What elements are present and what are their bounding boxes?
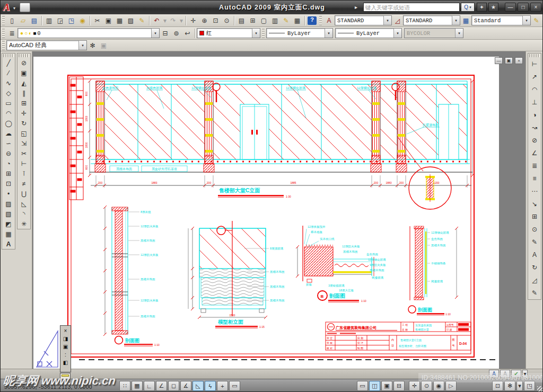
menu-browser-arrow-icon[interactable]: ▾ (13, 6, 15, 11)
doc-restore-button[interactable]: ▣ (505, 57, 513, 64)
redo-menu-arrow[interactable]: ▾ (179, 15, 184, 26)
paste-button[interactable]: ▦ (114, 15, 125, 26)
chevron-down-icon[interactable]: ▾ (522, 16, 530, 25)
multileader-style-button[interactable]: ✎ (531, 15, 542, 26)
dim-style-combo[interactable]: STANDARD ▾ (403, 15, 460, 25)
search-button[interactable]: Q ▾ (461, 3, 475, 12)
quick-access-button[interactable] (20, 3, 30, 12)
search-input[interactable] (363, 3, 460, 12)
move-button[interactable]: ✛ (18, 108, 30, 118)
extend-button[interactable]: ⊢ (18, 158, 30, 168)
mirror-button[interactable]: ◭ (18, 78, 30, 88)
stretch-button[interactable]: ⇲ (18, 138, 30, 148)
layer-combo[interactable]: ● ○ ◐ ■ 0 ▾ (17, 28, 160, 38)
chevron-down-icon[interactable]: ▾ (151, 29, 159, 38)
chevron-down-icon[interactable]: ▾ (393, 29, 401, 38)
quick-view-drawings-button[interactable]: ◫ (369, 381, 380, 391)
tolerance-button[interactable]: ⊞ (529, 210, 540, 223)
dim-arc-length-button[interactable]: ◠ (529, 83, 540, 96)
dim-jogged-button[interactable]: ↝ (529, 121, 540, 134)
gradient-button[interactable]: ▧ (3, 209, 14, 219)
polar-toggle[interactable]: ∠ (156, 381, 167, 391)
sheet-set-manager-button[interactable]: ▥ (269, 15, 281, 26)
layer-properties-button[interactable]: ≣ (6, 28, 17, 39)
quickcalc-button[interactable]: ▦ (292, 15, 303, 26)
float-close-button[interactable]: × (62, 327, 70, 334)
minimize-button[interactable]: — (505, 3, 516, 12)
favorites-button[interactable]: ★ (488, 3, 498, 12)
revision-cloud-button[interactable]: ☁ (3, 128, 14, 138)
redo-button[interactable]: ↷ (168, 15, 179, 26)
layer-states-button[interactable]: ⊟ (160, 28, 171, 39)
color-combo[interactable]: 红 ▾ (197, 28, 260, 38)
zoom-previous-button[interactable]: ⊙ (221, 15, 232, 26)
ellipse-button[interactable]: ⊖ (3, 148, 14, 158)
array-button[interactable]: ⊞ (18, 98, 30, 108)
toolbar-grip[interactable] (19, 54, 29, 57)
chevron-down-icon[interactable]: ▾ (252, 29, 260, 38)
otrack-toggle[interactable]: ∡ (180, 381, 191, 391)
model-tab-button[interactable]: ▭ (357, 381, 368, 391)
toolbar-grip[interactable] (529, 54, 540, 57)
dim-ordinate-button[interactable]: ⊥ (529, 96, 540, 109)
copy-object-button[interactable]: ▣ (18, 68, 30, 78)
center-mark-button[interactable]: ⊙ (529, 223, 540, 236)
make-block-button[interactable]: ⊡ (3, 179, 14, 189)
trim-button[interactable]: ✂ (18, 148, 30, 158)
quick-properties-toggle[interactable]: ▭ (229, 381, 240, 391)
chevron-down-icon[interactable]: ▾ (325, 29, 332, 38)
resize-grip[interactable] (537, 386, 542, 391)
chevron-down-icon[interactable]: ▾ (383, 16, 391, 25)
insert-block-button[interactable]: ⊞ (3, 168, 14, 179)
float-screen-button[interactable]: ▣ (62, 343, 70, 350)
break-at-point-button[interactable]: ⊺ (18, 168, 30, 179)
new-button[interactable]: ▯ (6, 15, 17, 26)
toolbar-grip[interactable] (2, 16, 5, 25)
dim-aligned-button[interactable]: ↗ (529, 70, 540, 83)
point-button[interactable]: • (3, 189, 14, 199)
construction-line-button[interactable]: ⁄ (3, 68, 14, 78)
dim-style-manager-button[interactable]: ✎ (529, 287, 540, 299)
join-button[interactable]: ⋃ (18, 189, 30, 199)
polyline-button[interactable]: ∿ (3, 78, 14, 88)
tool-palettes-button[interactable]: ▢ (258, 15, 269, 26)
save-button[interactable]: ▤ (29, 15, 40, 26)
grid-toggle[interactable]: ▦ (132, 381, 143, 391)
lineweight-combo[interactable]: ByLayer ▾ (335, 28, 402, 38)
offset-button[interactable]: ∥ (18, 88, 30, 98)
scale-button[interactable]: ◱ (18, 128, 30, 138)
workspace-lock-button[interactable]: ▣ (98, 40, 109, 51)
snap-toggle[interactable]: ∷ (119, 381, 130, 391)
hatch-button[interactable]: ▨ (3, 199, 14, 209)
make-object-layer-current-button[interactable]: ⊚ (171, 28, 182, 39)
region-button[interactable]: ◩ (3, 219, 14, 229)
toolbar-grip[interactable] (319, 16, 322, 25)
dim-style-button[interactable]: ◿ (392, 15, 403, 26)
break-button[interactable]: ≠ (18, 179, 30, 189)
rectangle-button[interactable]: ▭ (3, 98, 14, 108)
dim-radius-button[interactable]: ◑ (529, 109, 540, 121)
dim-diameter-button[interactable]: ⊘ (529, 134, 540, 147)
line-button[interactable]: ╱ (3, 58, 14, 68)
table-style-button[interactable]: ▦ (460, 15, 471, 26)
doc-close-button[interactable]: × (515, 57, 523, 64)
spline-button[interactable]: ∽ (3, 138, 14, 148)
ortho-toggle[interactable]: ∟ (144, 381, 155, 391)
osnap-toggle[interactable]: ◻ (168, 381, 179, 391)
workspace-settings-button[interactable]: ✻ (87, 40, 98, 51)
dim-update-button[interactable]: ↻ (529, 261, 540, 274)
dim-edit-button[interactable]: ✎ (529, 236, 540, 248)
toolbar-grip[interactable] (2, 29, 5, 38)
table-button[interactable]: ▦ (3, 229, 14, 239)
dim-text-edit-button[interactable]: A (529, 248, 540, 261)
layer-lock-icon[interactable]: ◐ (29, 30, 32, 36)
chevron-down-icon[interactable]: ▾ (452, 16, 460, 25)
toolbar-grip[interactable] (262, 29, 265, 38)
layout-tabs-button[interactable]: ⊟ (393, 381, 405, 391)
ducs-toggle[interactable]: ◺ (192, 381, 204, 391)
dyn-toggle[interactable]: ϟ (205, 381, 216, 391)
copy-button[interactable]: ▣ (103, 15, 114, 26)
polygon-button[interactable]: ◇ (3, 88, 14, 98)
help-button[interactable]: ? (306, 15, 318, 26)
explode-button[interactable]: ✳ (18, 219, 30, 229)
